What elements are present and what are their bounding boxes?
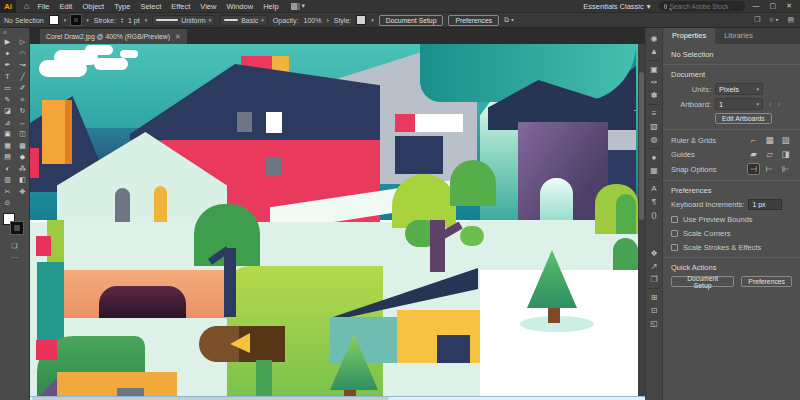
lasso-tool[interactable]: ◠ [15,48,30,60]
eraser-tool[interactable]: ◪ [0,105,15,117]
width-profile-dropdown[interactable]: Uniform▾ [152,15,215,26]
fill-chevron-icon[interactable]: ▾ [64,17,67,23]
menu-select[interactable]: Select [140,2,161,11]
stroke-chevron-icon[interactable]: ▾ [86,17,89,23]
asset-export-icon[interactable]: ↗ [651,260,658,273]
stroke-color-swatch[interactable] [71,15,81,25]
glyphs-icon[interactable]: () [651,208,656,221]
paintbrush-tool[interactable]: ✐ [15,82,30,94]
snap-to-point-icon[interactable]: ⊢ [763,164,776,174]
pencil-tool[interactable]: ✎ [0,94,15,106]
menu-edit[interactable]: Edit [60,2,73,11]
rotate-tool[interactable]: ↻ [15,105,30,117]
panels-icon[interactable]: ▤ [787,16,794,24]
home-icon[interactable]: ⌂ [24,1,29,11]
workspace-switcher[interactable]: Essentials Classic ▾ [583,2,650,11]
stroke-weight-chevron-icon[interactable]: ▾ [145,17,148,23]
workspace-layout-icon[interactable]: ▾ [291,2,306,10]
opacity-chevron-icon[interactable]: › [326,17,328,24]
units-dropdown[interactable]: Pixels▾ [715,83,763,95]
brush-dropdown[interactable]: Basic▾ [220,15,268,26]
fill-color-swatch[interactable] [49,15,59,25]
snap-to-pixel-icon[interactable]: ⊩ [779,164,792,174]
menu-view[interactable]: View [200,2,216,11]
minimize-button[interactable]: — [753,2,760,10]
shape-builder-tool[interactable]: ◫ [15,128,30,140]
mesh-tool[interactable]: ▩ [15,140,30,152]
appearance-icon[interactable]: ◉ [651,32,658,45]
tab-close-icon[interactable]: ✕ [175,33,181,41]
swatches-icon[interactable]: ▦ [650,164,658,177]
color-icon[interactable]: ● [652,151,657,164]
transform-icon[interactable]: ⊡ [651,304,658,317]
hand-tool[interactable]: ✥ [15,186,30,198]
artboard-prev-icon[interactable]: ‹ [769,100,772,109]
screen-mode-icon[interactable]: ❏ [0,241,29,251]
eyedropper-tool[interactable]: ◆ [15,151,30,163]
artboard-next-icon[interactable]: › [778,100,781,109]
artboard-tool[interactable]: ◧ [15,174,30,186]
app-logo-icon[interactable]: Ai [0,0,16,13]
search-input[interactable] [670,3,740,10]
brushes-icon[interactable]: ✑ [651,76,658,89]
menu-type[interactable]: Type [114,2,130,11]
artboards-icon[interactable]: ❐ [650,273,657,286]
canvas-artwork[interactable] [30,44,638,396]
menu-object[interactable]: Object [82,2,104,11]
horizontal-scrollbar[interactable] [30,396,645,400]
image-trace-icon[interactable]: ▲ [650,45,658,58]
selection-tool[interactable]: ▶ [0,36,15,48]
vertical-scrollbar[interactable] [638,44,645,396]
menu-effect[interactable]: Effect [171,2,190,11]
scale-tool[interactable]: ⊿ [0,117,15,129]
arrange-documents-icon[interactable]: ❒ [754,16,760,24]
transparency-grid-icon[interactable]: ▨ [779,135,792,145]
direct-selection-tool[interactable]: ▷ [15,36,30,48]
ruler-icon[interactable]: ⌐ [747,135,760,145]
document-setup-button[interactable]: Document Setup [379,15,444,26]
menu-file[interactable]: File [37,2,49,11]
quick-document-setup-button[interactable]: Document Setup [671,276,734,287]
close-button[interactable]: ✕ [786,2,792,10]
vertical-scrollbar-thumb[interactable] [639,72,644,220]
stroke-icon[interactable]: ≡ [652,107,657,120]
make-guides-icon[interactable]: ◨ [779,149,792,159]
stroke-weight-value[interactable]: 1 pt [128,17,140,24]
search-box[interactable] [659,1,745,11]
magic-wand-tool[interactable]: ✦ [0,48,15,60]
lock-guides-icon[interactable]: ▱ [763,149,776,159]
stroke-swatch[interactable] [11,222,23,234]
align-icon[interactable]: ⊞ [651,291,658,304]
shaper-tool[interactable]: ✧ [15,94,30,106]
navigator-icon[interactable]: ▣ [650,63,658,76]
style-swatch[interactable] [356,15,366,25]
perspective-grid-tool[interactable]: ▦ [0,140,15,152]
rectangle-tool[interactable]: ▭ [0,82,15,94]
use-preview-bounds-checkbox[interactable] [671,216,678,223]
document-tab[interactable]: Corel Draw2.jpg @ 400% (RGB/Preview) ✕ [40,29,187,44]
gradient-icon[interactable]: ▧ [650,120,658,133]
pen-tool[interactable]: ✒ [0,59,15,71]
slice-tool[interactable]: ✂ [0,186,15,198]
symbol-sprayer-tool[interactable]: ⁂ [15,163,30,175]
menu-window[interactable]: Window [226,2,253,11]
artboard-dropdown[interactable]: 1▾ [715,98,763,110]
stroke-weight-stepper[interactable]: ▴▾ [121,17,123,23]
opacity-value[interactable]: 100% [304,17,322,24]
column-graph-tool[interactable]: ▥ [0,174,15,186]
free-transform-tool[interactable]: ▣ [0,128,15,140]
grid-icon[interactable]: ▦ [763,135,776,145]
type-tool[interactable]: T [0,71,15,83]
symbols-icon[interactable]: ✽ [651,89,658,102]
maximize-button[interactable]: ▢ [770,2,777,10]
tab-properties[interactable]: Properties [663,28,715,44]
keyboard-increments-input[interactable] [748,199,782,210]
blend-tool[interactable]: ◐ [0,163,15,175]
scale-strokes-effects-checkbox[interactable] [671,244,678,251]
toolbar-collapse-icon[interactable]: « [0,28,29,36]
character-icon[interactable]: A [651,182,656,195]
tab-libraries[interactable]: Libraries [715,28,762,44]
preferences-button[interactable]: Preferences [448,15,499,26]
snap-options-icon[interactable]: ⌗ ▾ [770,16,779,24]
quick-preferences-button[interactable]: Preferences [741,276,792,287]
